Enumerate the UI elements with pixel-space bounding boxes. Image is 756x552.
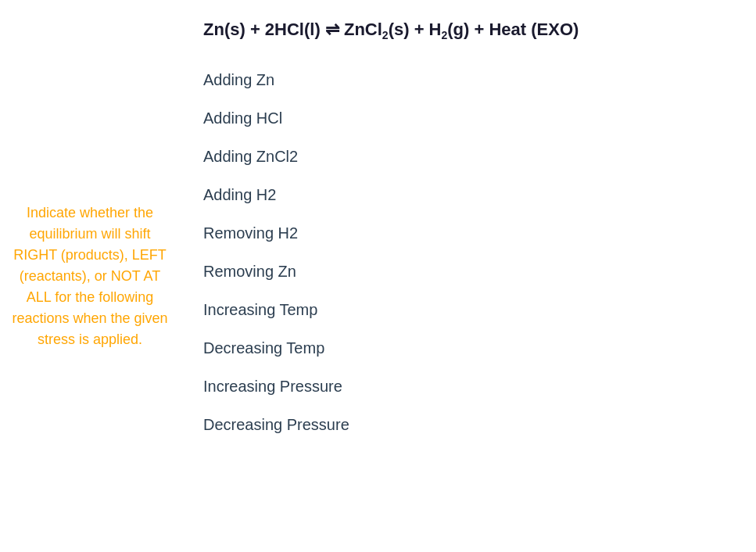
stress-item-6: Removing Zn [203,253,733,291]
stress-item-5: Removing H2 [203,214,733,253]
stress-item-7: Increasing Temp [203,291,733,329]
stress-item-4: Adding H2 [203,176,733,214]
content-panel: Zn(s) + 2HCl(l) ⇌ ZnCl2(s) + H2(g) + Hea… [180,0,756,552]
stress-item-9: Increasing Pressure [203,367,733,406]
stress-list: Adding Zn Adding HCl Adding ZnCl2 Adding… [203,61,733,444]
stress-item-3: Adding ZnCl2 [203,138,733,176]
instruction-text: Indicate whether the equilibrium will sh… [12,203,168,350]
stress-item-2: Adding HCl [203,99,733,138]
equation-header: Zn(s) + 2HCl(l) ⇌ ZnCl2(s) + H2(g) + Hea… [203,16,733,41]
instruction-panel: Indicate whether the equilibrium will sh… [0,0,180,552]
stress-item-1: Adding Zn [203,61,733,99]
stress-item-8: Decreasing Temp [203,329,733,367]
stress-item-10: Decreasing Pressure [203,406,733,444]
